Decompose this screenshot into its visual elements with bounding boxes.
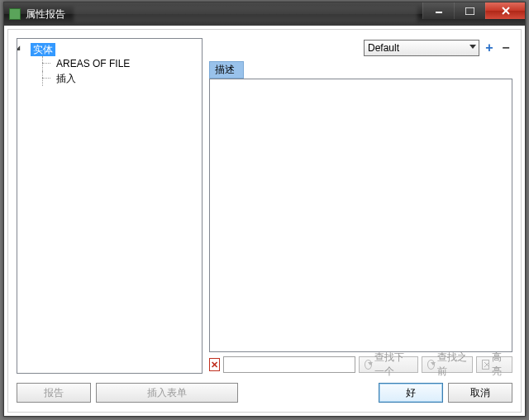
cancel-label: 取消 [470, 386, 490, 400]
minimize-icon [435, 7, 443, 15]
find-prev-button[interactable]: 查找之前 [422, 356, 473, 373]
description-box[interactable] [209, 79, 512, 352]
close-button[interactable] [485, 2, 525, 19]
search-row: ✕ 查找下一个 查找之前 高亮 [209, 356, 512, 374]
titlebar[interactable]: 属性报告 [4, 2, 525, 26]
tree-root[interactable]: 实体 AREAS OF FILE 插入 [19, 42, 200, 87]
minus-icon: − [502, 42, 509, 54]
ok-button[interactable]: 好 [379, 383, 443, 403]
chevron-down-icon [469, 45, 476, 49]
titlebar-blur [74, 6, 417, 22]
plus-icon: + [485, 42, 493, 54]
insert-form-label: 插入表单 [147, 386, 187, 400]
description-header: 描述 [209, 61, 244, 79]
report-label: 报告 [44, 386, 64, 400]
app-icon [9, 8, 21, 20]
find-next-label: 查找下一个 [374, 351, 412, 379]
svg-rect-1 [465, 7, 474, 15]
window-buttons [422, 2, 525, 26]
bottom-bar: 报告 插入表单 好 取消 [17, 382, 512, 403]
preset-row: Default + − [209, 38, 512, 58]
preset-combo[interactable]: Default [364, 40, 479, 56]
dialog-window: 属性报告 实体 [3, 2, 526, 417]
clear-search-button[interactable]: ✕ [209, 358, 220, 371]
maximize-icon [465, 7, 474, 15]
highlight-button[interactable]: 高亮 [476, 356, 512, 373]
svg-rect-0 [436, 12, 442, 13]
tree-item[interactable]: 插入 [42, 71, 200, 86]
description-area: 描述 [209, 61, 512, 352]
maximize-button[interactable] [454, 2, 485, 19]
main-area: 实体 AREAS OF FILE 插入 [17, 38, 512, 374]
tree-root-label[interactable]: 实体 [31, 43, 55, 56]
arrow-down-icon [365, 360, 373, 370]
tree-panel[interactable]: 实体 AREAS OF FILE 插入 [17, 38, 203, 374]
report-button[interactable]: 报告 [17, 383, 91, 403]
highlight-label: 高亮 [492, 351, 507, 379]
remove-preset-button[interactable]: − [499, 41, 512, 55]
search-input[interactable] [223, 356, 355, 373]
preset-combo-value: Default [368, 42, 399, 54]
highlight-icon [482, 360, 489, 370]
add-preset-button[interactable]: + [483, 41, 496, 55]
tree-item[interactable]: AREAS OF FILE [42, 56, 200, 71]
insert-form-button[interactable]: 插入表单 [96, 383, 238, 403]
find-prev-label: 查找之前 [437, 351, 467, 379]
cancel-button[interactable]: 取消 [448, 383, 512, 403]
ok-label: 好 [406, 386, 416, 400]
x-icon: ✕ [211, 360, 218, 370]
window-title: 属性报告 [26, 7, 65, 21]
expand-icon[interactable] [17, 45, 22, 52]
find-next-button[interactable]: 查找下一个 [359, 356, 418, 373]
tree-item-label[interactable]: AREAS OF FILE [54, 57, 132, 70]
right-panel: Default + − 描述 ✕ [209, 38, 512, 374]
client-area: 实体 AREAS OF FILE 插入 [7, 29, 522, 413]
close-icon [501, 7, 511, 15]
minimize-button[interactable] [422, 2, 454, 19]
tree-item-label[interactable]: 插入 [54, 72, 79, 85]
entity-tree: 实体 AREAS OF FILE 插入 [19, 42, 200, 87]
arrow-up-icon [427, 360, 436, 370]
